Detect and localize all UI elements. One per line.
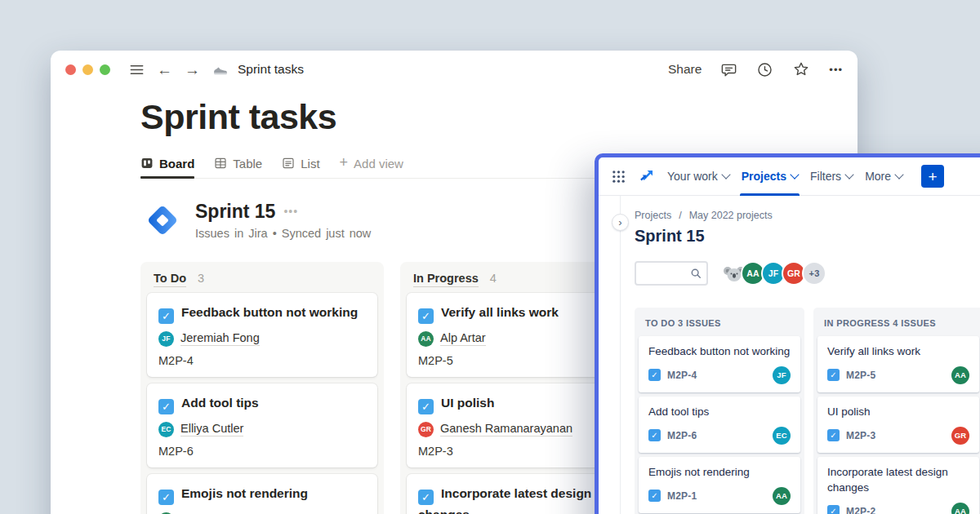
column-name[interactable]: In Progress (413, 272, 479, 287)
jira-logo-icon[interactable] (638, 168, 655, 185)
list-view-icon (282, 157, 295, 170)
chevron-down-icon (721, 170, 730, 179)
column-name[interactable]: To Do (154, 272, 186, 287)
checkbox-icon[interactable]: ✓ (418, 308, 434, 324)
clock-icon[interactable] (756, 61, 773, 78)
task-title: Verify all links work (441, 305, 559, 319)
issue-checkbox-icon: ✓ (827, 505, 840, 514)
task-title: Feedback button not working (181, 305, 358, 319)
issue-checkbox-icon: ✓ (648, 429, 661, 441)
nav-your-work-label: Your work (667, 170, 718, 183)
column-count: 4 (490, 272, 497, 285)
nav-more[interactable]: More (865, 157, 902, 196)
assignee-link[interactable]: Alp Artar (440, 331, 486, 346)
app-switcher-icon[interactable] (612, 170, 626, 184)
create-button[interactable]: + (921, 165, 944, 188)
share-button[interactable]: Share (668, 62, 702, 77)
expand-sidebar-button[interactable]: › (612, 214, 629, 231)
issue-checkbox-icon: ✓ (827, 429, 840, 441)
notion-titlebar: ← → Sprint tasks Share ••• (51, 51, 858, 88)
tab-list-label: List (301, 157, 319, 171)
issue-avatar[interactable]: JF (773, 366, 791, 384)
avatar-group: AA JF GR +3 (722, 261, 826, 286)
issue-card[interactable]: Verify all links work ✓ M2P-5 AA (817, 336, 979, 392)
tab-table[interactable]: Table (214, 157, 262, 178)
collection-menu-icon[interactable]: ••• (283, 205, 298, 218)
issue-avatar[interactable]: GR (951, 427, 969, 445)
task-title: Add tool tips (181, 396, 259, 410)
tab-list[interactable]: List (282, 157, 319, 178)
traffic-lights (65, 64, 110, 75)
tab-board-label: Board (159, 157, 194, 171)
issue-key[interactable]: M2P-4 (667, 370, 697, 381)
checkbox-icon[interactable]: ✓ (418, 490, 434, 505)
avatar: EC (158, 422, 174, 437)
forward-icon[interactable]: → (185, 62, 200, 78)
issue-checkbox-icon: ✓ (648, 490, 661, 502)
issue-title: Emojis not rendering (648, 465, 791, 481)
breadcrumb-may-2022-projects[interactable]: May 2022 projects (689, 210, 773, 221)
close-window-button[interactable] (65, 64, 76, 75)
checkbox-icon[interactable]: ✓ (158, 490, 174, 505)
avatar: GR (418, 422, 434, 437)
jira-navbar: Your work Projects Filters More + (599, 157, 980, 196)
checkbox-icon[interactable]: ✓ (158, 308, 174, 324)
issue-title: UI polish (827, 405, 969, 420)
jira-column-inprogress: IN PROGRESS 4 ISSUES Verify all links wo… (813, 308, 980, 514)
zoom-window-button[interactable] (100, 64, 110, 75)
back-icon[interactable]: ← (157, 62, 172, 78)
board-column-todo: To Do 3 ✓Feedback button not working JFJ… (140, 262, 384, 514)
column-header: IN PROGRESS 4 ISSUES (817, 308, 979, 336)
issue-avatar[interactable]: AA (951, 503, 969, 514)
nav-your-work[interactable]: Your work (667, 157, 729, 196)
issue-avatar[interactable]: EC (773, 427, 791, 445)
nav-filters[interactable]: Filters (810, 157, 853, 196)
issue-card[interactable]: Add tool tips ✓ M2P-6 EC (639, 397, 800, 453)
nav-projects-label: Projects (742, 170, 786, 183)
minimize-window-button[interactable] (82, 64, 93, 75)
task-card[interactable]: ✓Feedback button not working JFJeremiah … (147, 293, 377, 377)
issue-key[interactable]: M2P-3 (846, 430, 875, 441)
issue-key[interactable]: M2P-2 (846, 506, 875, 514)
assignee-link[interactable]: Jeremiah Fong (180, 331, 260, 346)
avatar-overflow[interactable]: +3 (802, 261, 826, 286)
sidebar-rail (620, 196, 621, 514)
checkbox-icon[interactable]: ✓ (158, 399, 174, 414)
issue-card[interactable]: Feedback button not working ✓ M2P-4 JF (639, 336, 800, 392)
menu-icon[interactable] (129, 62, 145, 78)
more-icon[interactable]: ••• (829, 64, 843, 76)
comments-icon[interactable] (720, 61, 737, 78)
task-card[interactable]: ✓Add tool tips ECElliya Cutler M2P-6 (147, 383, 377, 467)
issue-key[interactable]: M2P-5 (846, 370, 875, 381)
issue-key[interactable]: M2P-6 (667, 430, 697, 441)
issue-card[interactable]: Emojis not rendering ✓ M2P-1 AA (639, 457, 800, 513)
issue-card[interactable]: UI polish ✓ M2P-3 GR (817, 397, 979, 453)
checkbox-icon[interactable]: ✓ (418, 399, 434, 414)
star-icon[interactable] (792, 60, 810, 78)
issue-key[interactable]: M2P-1 (667, 490, 697, 502)
issue-avatar[interactable]: AA (773, 487, 791, 505)
page-title: Sprint tasks (140, 96, 858, 139)
sneaker-icon (212, 61, 229, 78)
task-card[interactable]: ✓Emojis not rendering AAAlp Artar (147, 474, 377, 514)
nav-projects[interactable]: Projects (742, 157, 798, 196)
nav-more-label: More (865, 170, 891, 183)
breadcrumb-separator: / (679, 210, 681, 221)
board-search (635, 261, 708, 286)
issue-checkbox-icon: ✓ (648, 369, 661, 381)
issue-card[interactable]: Incorporate latest design changes ✓ M2P-… (817, 457, 979, 514)
issue-title: Incorporate latest design changes (827, 465, 969, 496)
issue-title: Add tool tips (648, 405, 791, 420)
tab-table-label: Table (233, 157, 262, 171)
assignee-link[interactable]: Elliya Cutler (180, 422, 243, 436)
issue-avatar[interactable]: AA (951, 366, 969, 384)
desktop-background: ← → Sprint tasks Share ••• Spri (0, 0, 980, 514)
plus-icon: + (340, 155, 349, 170)
task-title: Emojis not rendering (181, 486, 308, 500)
add-view-button[interactable]: + Add view (340, 157, 403, 178)
board-title: Sprint 15 (635, 227, 980, 246)
tab-board[interactable]: Board (140, 157, 194, 178)
issue-title: Verify all links work (827, 344, 969, 360)
assignee-link[interactable]: Ganesh Ramanarayanan (440, 422, 572, 436)
breadcrumb-projects[interactable]: Projects (635, 210, 671, 221)
